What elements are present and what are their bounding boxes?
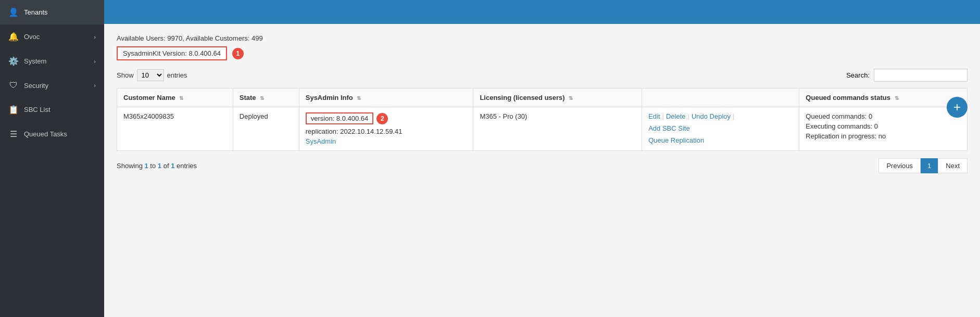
cell-state: Deployed bbox=[233, 107, 299, 151]
executing-commands: Executing commands: 0 bbox=[806, 122, 961, 130]
top-bar bbox=[104, 0, 980, 24]
showing-text: Showing 1 to 1 of 1 entries bbox=[117, 162, 197, 170]
sidebar-item-label-security: Security bbox=[24, 82, 89, 90]
replication-text: replication: 2022.10.14.12.59.41 bbox=[306, 128, 467, 135]
version-badge: SysadminKit Version: 8.0.400.64 bbox=[117, 46, 227, 60]
page-number[interactable]: 1 bbox=[921, 158, 938, 173]
entries-label: entries bbox=[167, 71, 187, 79]
sysadmin-link[interactable]: SysAdmin bbox=[306, 137, 336, 145]
cell-sysadmin-info: version: 8.0.400.64 2 replication: 2022.… bbox=[299, 107, 473, 151]
showing-of: 1 bbox=[171, 162, 174, 170]
chevron-icon-security: › bbox=[94, 82, 96, 88]
showing-to-label: to bbox=[150, 162, 157, 170]
system-icon: ⚙️ bbox=[8, 56, 19, 66]
search-label: Search: bbox=[846, 71, 870, 79]
data-table: Customer Name ⇅ State ⇅ SysAdmin Info ⇅ … bbox=[117, 88, 968, 151]
security-icon: 🛡 bbox=[8, 81, 19, 90]
table-footer: Showing 1 to 1 of 1 entries Previous 1 N… bbox=[117, 158, 968, 173]
queued-commands: Queued commands: 0 bbox=[806, 112, 961, 120]
table-header-row: Customer Name ⇅ State ⇅ SysAdmin Info ⇅ … bbox=[117, 88, 968, 107]
content-area: + Available Users: 9970, Available Custo… bbox=[104, 24, 980, 317]
next-button[interactable]: Next bbox=[938, 158, 968, 173]
search-input[interactable] bbox=[874, 69, 968, 82]
version-badge-number: 1 bbox=[232, 48, 244, 59]
sidebar-item-label-sbc-list: SBC List bbox=[24, 106, 96, 113]
version-row: SysadminKit Version: 8.0.400.64 1 bbox=[117, 46, 968, 60]
showing-to: 1 bbox=[158, 162, 161, 170]
showing-label: Showing bbox=[117, 162, 143, 170]
col-queued-status[interactable]: Queued commands status ⇅ bbox=[799, 88, 968, 107]
col-sysadmin-info[interactable]: SysAdmin Info ⇅ bbox=[299, 88, 473, 107]
sort-icon-state: ⇅ bbox=[260, 95, 264, 101]
sidebar-item-sbc-list[interactable]: 📋 SBC List bbox=[0, 97, 104, 122]
col-state-label: State bbox=[240, 94, 256, 102]
showing-of-label: of bbox=[164, 162, 171, 170]
sidebar-item-tenants[interactable]: 👤 Tenants bbox=[0, 0, 104, 24]
showing-from: 1 bbox=[145, 162, 148, 170]
sort-icon-licensing: ⇅ bbox=[569, 95, 573, 101]
available-users-text: Available Users: 9970, Available Custome… bbox=[117, 34, 263, 42]
sidebar-item-system[interactable]: ⚙️ System › bbox=[0, 49, 104, 73]
col-licensing-label: Licensing (licensed users) bbox=[480, 94, 564, 102]
table-row: M365x24009835 Deployed version: 8.0.400.… bbox=[117, 107, 968, 151]
undo-deploy-link[interactable]: Undo Deploy bbox=[692, 112, 731, 120]
sidebar-item-label-queued-tasks: Queued Tasks bbox=[24, 130, 96, 138]
sidebar-item-label-system: System bbox=[24, 57, 89, 65]
cell-actions: Edit | Delete | Undo Deploy | Add SBC Si… bbox=[642, 107, 799, 151]
cell-licensing: M365 - Pro (30) bbox=[473, 107, 642, 151]
chevron-icon-ovoc: › bbox=[94, 34, 96, 40]
cell-queued-status: Queued commands: 0 Executing commands: 0… bbox=[799, 107, 968, 151]
queue-replication-link[interactable]: Queue Replication bbox=[648, 136, 704, 144]
info-bar: Available Users: 9970, Available Custome… bbox=[117, 34, 968, 42]
show-entries: Show 10 25 50 100 entries bbox=[117, 69, 187, 81]
add-button[interactable]: + bbox=[947, 97, 968, 118]
col-customer-name[interactable]: Customer Name ⇅ bbox=[117, 88, 233, 107]
delete-link[interactable]: Delete bbox=[666, 112, 686, 120]
sidebar-item-label-ovoc: Ovoc bbox=[24, 33, 89, 41]
sysadmin-version-badge: 2 bbox=[376, 113, 388, 124]
sidebar-item-label-tenants: Tenants bbox=[24, 8, 96, 16]
cell-customer-name: M365x24009835 bbox=[117, 107, 233, 151]
edit-link[interactable]: Edit bbox=[648, 112, 660, 120]
col-sysadmin-label: SysAdmin Info bbox=[306, 94, 353, 102]
sort-icon-sysadmin: ⇅ bbox=[357, 95, 361, 101]
main-content: + Available Users: 9970, Available Custo… bbox=[104, 0, 980, 317]
chevron-icon-system: › bbox=[94, 58, 96, 65]
replication-progress: Replication in progress: no bbox=[806, 132, 961, 140]
sort-icon-queued: ⇅ bbox=[895, 95, 899, 101]
add-sbc-link[interactable]: Add SBC Site bbox=[648, 124, 690, 132]
table-controls: Show 10 25 50 100 entries Search: bbox=[117, 69, 968, 82]
search-area: Search: bbox=[846, 69, 968, 82]
show-label: Show bbox=[117, 71, 134, 79]
sidebar: 👤 Tenants 🔔 Ovoc › ⚙️ System › 🛡 Securit… bbox=[0, 0, 104, 317]
sysadmin-version-value: version: 8.0.400.64 bbox=[306, 112, 374, 124]
col-actions bbox=[642, 88, 799, 107]
entries-select[interactable]: 10 25 50 100 bbox=[137, 69, 164, 81]
queued-tasks-icon: ☰ bbox=[8, 129, 19, 139]
sidebar-item-security[interactable]: 🛡 Security › bbox=[0, 73, 104, 97]
showing-entries-label: entries bbox=[177, 162, 197, 170]
sidebar-item-ovoc[interactable]: 🔔 Ovoc › bbox=[0, 24, 104, 49]
col-licensing[interactable]: Licensing (licensed users) ⇅ bbox=[473, 88, 642, 107]
col-queued-label: Queued commands status bbox=[806, 94, 890, 102]
col-customer-name-label: Customer Name bbox=[123, 94, 175, 102]
ovoc-icon: 🔔 bbox=[8, 32, 19, 42]
pagination: Previous 1 Next bbox=[878, 158, 968, 173]
sidebar-item-queued-tasks[interactable]: ☰ Queued Tasks bbox=[0, 122, 104, 146]
col-state[interactable]: State ⇅ bbox=[233, 88, 299, 107]
tenants-icon: 👤 bbox=[8, 7, 19, 17]
prev-button[interactable]: Previous bbox=[878, 158, 921, 173]
sbc-list-icon: 📋 bbox=[8, 105, 19, 115]
sort-icon-customer: ⇅ bbox=[179, 95, 183, 101]
